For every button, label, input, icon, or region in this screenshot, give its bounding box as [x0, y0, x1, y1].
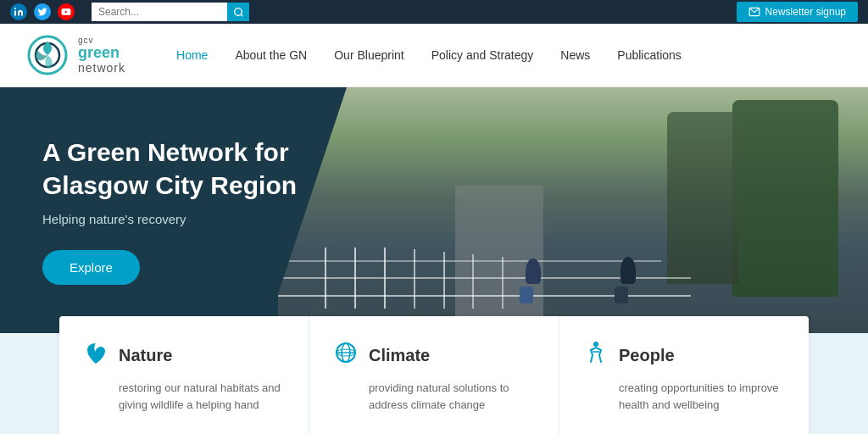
hero-background: [278, 87, 868, 333]
svg-point-11: [593, 342, 598, 347]
people-icon: [583, 340, 609, 371]
nav-links: Home About the GN Our Blueprint Policy a…: [176, 47, 682, 63]
nature-card-desc: restoring our natural habitats and givin…: [119, 380, 285, 413]
nav-publications-link[interactable]: Publications: [617, 48, 682, 62]
logo-network: network: [78, 62, 125, 75]
people-card-header: People: [583, 340, 785, 371]
logo-icon: [25, 33, 70, 77]
climate-card-header: Climate: [333, 340, 535, 371]
nature-icon: [83, 340, 108, 371]
nav-news-link[interactable]: News: [560, 48, 590, 62]
youtube-icon[interactable]: [58, 3, 75, 20]
nature-card-title: Nature: [119, 346, 172, 365]
cards-container: Nature restoring our natural habitats an…: [59, 316, 809, 434]
nav-about[interactable]: About the GN: [235, 47, 307, 63]
logo-text: gcv green network: [78, 36, 125, 75]
nav-home[interactable]: Home: [176, 47, 208, 63]
linkedin-icon[interactable]: [10, 3, 27, 20]
nav-publications[interactable]: Publications: [617, 47, 682, 63]
navbar: gcv green network Home About the GN Our …: [0, 24, 868, 87]
newsletter-button[interactable]: Newsletter signup: [737, 2, 858, 22]
nav-home-link[interactable]: Home: [176, 48, 208, 62]
nav-blueprint[interactable]: Our Blueprint: [334, 47, 403, 63]
climate-card-title: Climate: [369, 346, 430, 365]
top-bar: Newsletter signup: [0, 0, 868, 24]
logo-green: green: [78, 45, 125, 62]
climate-card-desc: providing natural solutions to address c…: [369, 380, 535, 413]
social-icons: [10, 3, 75, 20]
explore-button[interactable]: Explore: [42, 250, 140, 285]
people-card-desc: creating opportunities to improve health…: [619, 380, 785, 413]
climate-icon: [333, 340, 359, 371]
nav-news[interactable]: News: [560, 47, 590, 63]
hero-section: A Green Network for Glasgow City Region …: [0, 87, 868, 333]
nav-policy[interactable]: Policy and Strategy: [431, 47, 534, 63]
people-card: People creating opportunities to improve…: [559, 316, 809, 434]
search-input[interactable]: [92, 3, 227, 21]
nav-about-link[interactable]: About the GN: [235, 48, 307, 62]
people-card-title: People: [619, 346, 675, 365]
nav-blueprint-link[interactable]: Our Blueprint: [334, 48, 403, 62]
newsletter-label: Newsletter signup: [765, 6, 846, 18]
svg-point-2: [234, 8, 242, 15]
climate-card: Climate providing natural solutions to a…: [309, 316, 559, 434]
nature-card-header: Nature: [83, 340, 285, 371]
nav-policy-link[interactable]: Policy and Strategy: [431, 48, 534, 62]
search-button[interactable]: [227, 3, 249, 21]
search-bar: [92, 3, 249, 21]
svg-point-0: [14, 8, 16, 9]
nature-card: Nature restoring our natural habitats an…: [59, 316, 309, 434]
logo: gcv green network: [25, 33, 125, 77]
cards-section: Nature restoring our natural habitats an…: [0, 333, 868, 434]
svg-line-3: [241, 14, 242, 16]
twitter-icon[interactable]: [34, 3, 51, 20]
